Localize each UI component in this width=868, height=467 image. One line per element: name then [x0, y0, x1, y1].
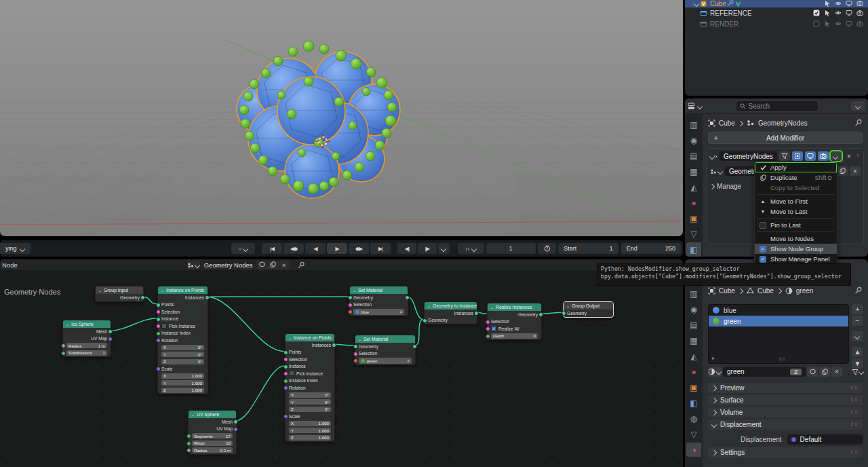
frame-step-dropdown[interactable]: [438, 243, 450, 254]
socket[interactable]: [486, 320, 490, 324]
socket[interactable]: [283, 386, 288, 390]
node-row-instances[interactable]: Instances: [425, 310, 477, 317]
node-row-y[interactable]: Y1.000: [285, 427, 334, 434]
menu-item-move-to-nodes[interactable]: Move to Nodes: [755, 234, 837, 244]
socket[interactable]: [332, 343, 336, 348]
socket[interactable]: [108, 329, 113, 334]
socket[interactable]: [156, 338, 161, 343]
eye-icon[interactable]: [834, 0, 842, 7]
socket[interactable]: [108, 337, 113, 341]
tab-render[interactable]: ◉: [686, 133, 701, 147]
green-sphere-instance[interactable]: [319, 44, 329, 54]
node-header[interactable]: ⌄Group Input: [96, 286, 143, 294]
node-header[interactable]: ⌄Set Material: [350, 286, 408, 294]
node-row-points[interactable]: Points: [285, 349, 334, 356]
tab-output[interactable]: ▤: [686, 149, 701, 163]
add-slot-button[interactable]: +: [852, 304, 863, 314]
node-set-material[interactable]: ⌄Set MaterialGeometrySelectionblue×: [349, 286, 408, 316]
section-settings[interactable]: Settings⠿⠿: [708, 447, 863, 457]
jump-to-start-button[interactable]: |◀: [262, 243, 282, 254]
tab-modifier[interactable]: ◧: [686, 396, 701, 410]
node-row-z[interactable]: Z0°: [158, 358, 208, 366]
socket[interactable]: [486, 326, 490, 331]
node-row-x[interactable]: X0°: [158, 344, 208, 352]
section-preview[interactable]: Preview⠿⠿: [708, 383, 863, 393]
green-sphere-instance[interactable]: [351, 58, 361, 69]
node-group-browser[interactable]: [710, 166, 723, 176]
node-row-segments[interactable]: Segments17: [189, 432, 236, 440]
tab-data[interactable]: ▽: [686, 427, 701, 441]
green-sphere-instance[interactable]: [319, 181, 329, 191]
node-canvas[interactable]: Geometry Nodes ⌄Group InputGeometry⌄Ico …: [0, 270, 683, 467]
next-frame-button[interactable]: |▶: [418, 243, 437, 254]
socket[interactable]: [538, 312, 543, 317]
green-sphere-instance[interactable]: [308, 183, 319, 194]
node-row-y[interactable]: Y0°: [285, 398, 334, 406]
green-sphere-instance[interactable]: [241, 119, 250, 128]
keying-popover[interactable]: ying: [0, 243, 31, 254]
loop-button[interactable]: ∩: [458, 243, 484, 254]
node-row-rings[interactable]: Rings16: [189, 440, 236, 447]
eye-icon[interactable]: [834, 20, 842, 28]
current-frame-field[interactable]: 1: [486, 243, 536, 254]
green-sphere-instance[interactable]: [304, 77, 313, 86]
modifier-name-field[interactable]: GeometryNodes: [719, 151, 777, 161]
cursor-icon[interactable]: [823, 9, 831, 17]
material-slot-blue[interactable]: blue: [709, 305, 848, 316]
node-row-uv-map[interactable]: UV Map: [63, 335, 111, 343]
socket[interactable]: [405, 295, 410, 300]
new-copy-button[interactable]: [837, 166, 848, 176]
modifier-extras-dropdown[interactable]: [831, 151, 842, 161]
frame-start-field[interactable]: Start1: [558, 243, 618, 254]
menu-item-duplicate[interactable]: DuplicateShift D: [755, 172, 837, 183]
play-button[interactable]: ▶: [327, 243, 347, 254]
socket[interactable]: [422, 318, 427, 323]
socket[interactable]: [156, 303, 161, 307]
node-row-y[interactable]: Y0°: [158, 351, 208, 358]
socket[interactable]: [156, 317, 161, 322]
camera-icon[interactable]: [856, 0, 864, 7]
expand-icon[interactable]: ▸: [712, 355, 715, 361]
prev-keyframe-button[interactable]: ◀◆: [283, 243, 304, 254]
socket[interactable]: [348, 295, 353, 300]
modifier-expand-icon[interactable]: [710, 154, 712, 159]
green-sphere-instance[interactable]: [243, 92, 253, 101]
socket[interactable]: [561, 311, 566, 316]
tab-world[interactable]: ●: [686, 195, 701, 210]
render-display-toggle[interactable]: [818, 151, 829, 161]
socket[interactable]: [486, 334, 490, 339]
socket[interactable]: [233, 427, 238, 432]
cursor-icon[interactable]: [823, 0, 831, 7]
socket[interactable]: [156, 324, 161, 329]
node-header[interactable]: ⌄Group Output: [564, 302, 613, 310]
node-row-radius[interactable]: Radius1 m: [63, 342, 111, 350]
node-row-instance[interactable]: Instance: [285, 363, 334, 371]
properties-editor-material[interactable]: ▥◉▤▦◭●▣◧◍▽◑ Cube Cube green bluegreen ▸ …: [685, 259, 868, 467]
selectability-checkbox[interactable]: [812, 9, 821, 17]
node-row-uv-map[interactable]: UV Map: [189, 426, 236, 433]
tab-tool[interactable]: ▥: [686, 117, 701, 132]
use-preview-range-button[interactable]: [538, 243, 557, 254]
node-set-material[interactable]: ⌄Set MaterialGeometrySelectiongreen×: [355, 335, 416, 365]
green-sphere-instance[interactable]: [342, 170, 352, 180]
node-ico-sphere[interactable]: ⌄Ico SphereMeshUV MapRadius1 mSubdivisio…: [62, 320, 111, 357]
socket[interactable]: [233, 419, 238, 424]
breadcrumb-material[interactable]: green: [796, 287, 814, 295]
breadcrumb-object[interactable]: Cube: [719, 287, 735, 295]
socket[interactable]: [283, 350, 288, 355]
socket[interactable]: [186, 434, 191, 438]
unlink-button[interactable]: ×: [279, 261, 290, 269]
node-row-x[interactable]: X1.000: [285, 420, 334, 428]
monitor-icon[interactable]: [845, 9, 853, 17]
socket[interactable]: [353, 344, 358, 349]
node-row-selection[interactable]: Selection: [350, 301, 408, 309]
play-reverse-button[interactable]: ◀: [305, 243, 326, 254]
pin-icon[interactable]: [854, 119, 863, 127]
green-sphere-instance[interactable]: [239, 105, 249, 115]
socket[interactable]: [283, 371, 288, 376]
tab-viewlayer[interactable]: ▦: [686, 333, 701, 348]
node-row-selection[interactable]: Selection: [158, 308, 208, 316]
outliner-item-label[interactable]: RENDER: [710, 20, 738, 28]
monitor-icon[interactable]: [845, 20, 853, 28]
green-sphere-instance[interactable]: [287, 109, 296, 119]
